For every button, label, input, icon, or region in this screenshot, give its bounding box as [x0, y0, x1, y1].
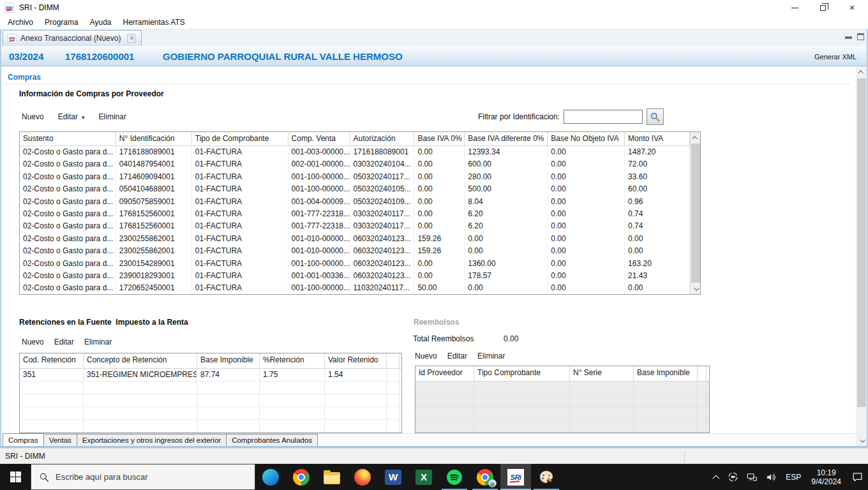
- clock[interactable]: 10:19 9/4/2024: [806, 464, 846, 490]
- eliminar-button[interactable]: Eliminar: [84, 338, 112, 346]
- eliminar-button[interactable]: Eliminar: [99, 112, 126, 121]
- column-header[interactable]: Autorización: [350, 132, 415, 145]
- table-row[interactable]: 02-Costo o Gasto para d...23002558620010…: [20, 245, 690, 257]
- bottom-tab-compras[interactable]: Compras: [3, 433, 44, 446]
- nuevo-button[interactable]: Nuevo: [22, 112, 44, 121]
- column-header[interactable]: Sustento: [20, 132, 116, 145]
- column-header[interactable]: Tipo Comprobante: [474, 366, 570, 381]
- taskbar-excel-icon[interactable]: X: [408, 464, 439, 490]
- start-button[interactable]: [0, 464, 31, 490]
- table-row[interactable]: 02-Costo o Gasto para d...17681525600010…: [20, 208, 690, 220]
- taskbar-paint-icon[interactable]: [531, 464, 562, 490]
- column-header[interactable]: Id Proveedor: [415, 366, 474, 381]
- editar-button[interactable]: Editar▾: [58, 112, 85, 121]
- column-header[interactable]: N° Identificación: [116, 132, 192, 145]
- maximize-view-button[interactable]: [857, 33, 864, 40]
- column-header[interactable]: Base IVA diferente 0%: [465, 132, 548, 145]
- table-row[interactable]: 02-Costo o Gasto para d...23900182930010…: [20, 270, 690, 282]
- column-header[interactable]: Base Imponible: [197, 353, 260, 368]
- eliminar-button[interactable]: Eliminar: [477, 352, 505, 360]
- menu-item-programa[interactable]: Programa: [43, 17, 80, 28]
- cell: 6.20: [465, 220, 548, 232]
- action-center-icon[interactable]: [846, 464, 868, 490]
- cell: [197, 394, 260, 406]
- table-row[interactable]: 02-Costo o Gasto para d...04014879540010…: [20, 158, 690, 170]
- column-header[interactable]: Concepto de Retención: [84, 353, 197, 368]
- scrollbar-track[interactable]: [857, 77, 867, 435]
- taskbar-spotify-icon[interactable]: [439, 464, 470, 490]
- scrollbar-thumb[interactable]: [857, 78, 866, 407]
- column-header[interactable]: Tipo de Comprobante: [192, 132, 288, 145]
- column-header[interactable]: Monto IVA: [625, 132, 690, 145]
- nuevo-button[interactable]: Nuevo: [22, 338, 44, 346]
- tray-show-hidden-icons[interactable]: [711, 464, 724, 490]
- scroll-up-arrow[interactable]: [857, 66, 867, 77]
- scrollbar-thumb[interactable]: [691, 144, 700, 283]
- bottom-tab-exportaciones-y-otros-ingresos-del-exterior[interactable]: Exportaciones y otros ingresos del exter…: [77, 434, 226, 446]
- taskbar-chrome-icon[interactable]: [286, 464, 317, 490]
- scroll-down-arrow[interactable]: [691, 283, 701, 294]
- taskbar-file-explorer-icon[interactable]: [317, 464, 347, 490]
- taskbar-firefox-icon[interactable]: [347, 464, 378, 490]
- column-header[interactable]: Cod. Retención: [20, 353, 84, 368]
- vertical-scrollbar[interactable]: [856, 66, 867, 446]
- total-reembolsos: Total Reembolsos 0.00: [413, 334, 474, 343]
- table-row[interactable]: 02-Costo o Gasto para d...09050758590010…: [20, 196, 690, 208]
- meet-now-icon[interactable]: [724, 464, 742, 490]
- cell: [570, 394, 634, 406]
- bottom-tab-ventas[interactable]: Ventas: [44, 434, 77, 446]
- bottom-tab-comprobantes-anulados[interactable]: Comprobantes Anulados: [226, 434, 318, 446]
- cell: 1716188089001: [116, 146, 192, 158]
- cell: 0.00: [548, 208, 625, 220]
- tab-anexo-transaccional[interactable]: SRi Anexo Transaccional (Nuevo) ×: [3, 30, 142, 46]
- column-header[interactable]: Comp. Venta: [288, 132, 350, 145]
- cell: 0.00: [548, 158, 625, 170]
- scrollbar-track[interactable]: [691, 143, 701, 283]
- cell: 0.00: [414, 183, 465, 195]
- retenciones-title: Retenciones en la Fuente Impuesto a la R…: [19, 318, 188, 327]
- table-row[interactable]: 02-Costo o Gasto para d...17161880890010…: [20, 146, 690, 158]
- generar-xml-button[interactable]: Generar XML: [814, 53, 857, 61]
- table-row[interactable]: 02-Costo o Gasto para d...17681525600010…: [20, 220, 690, 232]
- column-header[interactable]: Base IVA 0%: [414, 132, 465, 145]
- date: 9/4/2024: [811, 477, 841, 486]
- table-row[interactable]: 02-Costo o Gasto para d...23001542890010…: [20, 258, 690, 270]
- taskbar-chrome-profile-icon[interactable]: [470, 464, 500, 490]
- column-header[interactable]: Base No Objeto IVA: [548, 132, 625, 145]
- minimize-view-button[interactable]: [845, 36, 852, 39]
- chevron-down-icon[interactable]: ▾: [82, 114, 85, 121]
- scroll-up-arrow[interactable]: [691, 132, 701, 143]
- taskbar-sri-icon[interactable]: SRi: [500, 464, 531, 490]
- close-button[interactable]: ×: [841, 0, 863, 15]
- editar-button[interactable]: Editar: [447, 352, 467, 360]
- editar-button[interactable]: Editar: [54, 338, 74, 346]
- scroll-down-arrow[interactable]: [857, 435, 867, 446]
- taskbar-word-icon[interactable]: W: [378, 464, 408, 490]
- taskbar-search-input[interactable]: Escribe aquí para buscar: [31, 464, 255, 490]
- column-header[interactable]: Base Imponible: [634, 366, 698, 381]
- network-icon[interactable]: [742, 464, 761, 490]
- table-scrollbar[interactable]: [690, 132, 700, 294]
- menu-item-archivo[interactable]: Archivo: [6, 17, 34, 28]
- volume-icon[interactable]: [761, 464, 781, 490]
- column-header[interactable]: N° Serie: [570, 366, 634, 381]
- nuevo-button[interactable]: Nuevo: [415, 352, 437, 360]
- cell: 0.00: [414, 208, 465, 220]
- language-indicator[interactable]: ESP: [781, 464, 806, 490]
- table-row[interactable]: 02-Costo o Gasto para d...17146090940010…: [20, 171, 690, 183]
- menu-item-ayuda[interactable]: Ayuda: [89, 17, 113, 28]
- column-header[interactable]: Valor Retenido: [325, 353, 387, 368]
- minimize-button[interactable]: [784, 0, 805, 15]
- table-row[interactable]: 02-Costo o Gasto para d...23002558620010…: [20, 233, 690, 245]
- tab-close-icon[interactable]: ×: [127, 34, 136, 43]
- cell: [197, 382, 260, 394]
- table-row[interactable]: 02-Costo o Gasto para d...05041046880010…: [20, 183, 690, 195]
- menu-item-herramientas-ats[interactable]: Herramientas ATS: [122, 17, 186, 28]
- search-button[interactable]: [647, 108, 664, 125]
- filter-input[interactable]: [564, 110, 643, 124]
- table-row[interactable]: 02-Costo o Gasto para d...17206524500010…: [20, 282, 690, 294]
- column-header[interactable]: %Retención: [260, 353, 325, 368]
- restore-button[interactable]: [812, 0, 834, 15]
- taskbar-edge-icon[interactable]: [255, 464, 286, 490]
- table-row[interactable]: 351351-REGIMEN MICROEMPRES...87.741.751.…: [20, 369, 401, 382]
